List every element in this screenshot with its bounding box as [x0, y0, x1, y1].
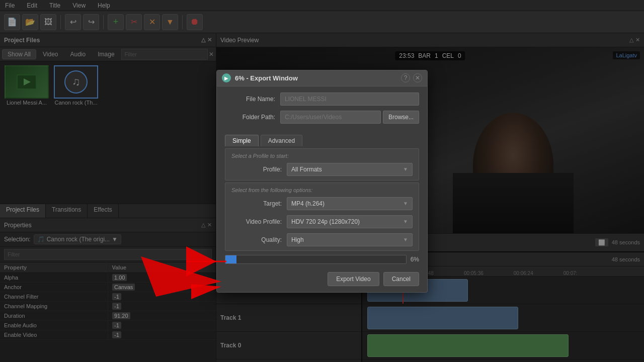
dialog-title-text: 6% - Export Window	[235, 74, 298, 82]
profile-value: All Formats	[291, 166, 322, 173]
file-name-row: File Name:	[225, 93, 419, 106]
target-dropdown-arrow-icon: ▼	[403, 201, 408, 206]
dialog-tab-advanced[interactable]: Advanced	[261, 135, 302, 146]
quality-label: Quality:	[231, 236, 282, 243]
cancel-button[interactable]: Cancel	[383, 272, 419, 286]
file-name-label: File Name:	[225, 96, 275, 103]
target-row: Target: MP4 (h.264) ▼	[231, 197, 413, 210]
folder-path-row: Folder Path: Browse...	[225, 111, 419, 124]
video-profile-dropdown[interactable]: HDV 720 24p (644x362) ▼	[287, 215, 413, 228]
progress-section: 6%	[225, 255, 419, 264]
svg-marker-7	[141, 256, 221, 297]
video-profile-label: Video Profile:	[231, 218, 282, 225]
video-profile-value: HDV 720 24p (644x362)	[291, 218, 360, 225]
options-section: Select from the following options: Targe…	[225, 183, 419, 251]
export-dialog: ▶ 6% - Export Window ? ✕ File Name: Fold…	[216, 70, 428, 293]
dialog-title-left: ▶ 6% - Export Window	[222, 73, 298, 82]
svg-marker-5	[186, 246, 216, 277]
dialog-close-button[interactable]: ✕	[413, 73, 422, 82]
profile-dropdown-arrow-icon: ▼	[403, 166, 408, 172]
export-progress-fill	[225, 255, 236, 263]
target-value: MP4 (h.264)	[291, 200, 325, 207]
video-profile-dropdown-arrow-icon: ▼	[403, 219, 408, 224]
dialog-tabs: Simple Advanced	[217, 135, 427, 146]
target-label: Target:	[231, 200, 282, 207]
dialog-footer: Export Video Cancel	[217, 268, 427, 292]
dialog-app-icon: ▶	[222, 73, 231, 82]
browse-button[interactable]: Browse...	[383, 111, 419, 124]
profile-label: Profile:	[231, 166, 282, 173]
dialog-tab-simple[interactable]: Simple	[225, 135, 259, 146]
profile-section: Select a Profile to start: Profile: All …	[225, 148, 419, 180]
progress-text: 6%	[411, 256, 419, 263]
quality-row: Quality: High ▼	[231, 233, 413, 246]
profile-dropdown[interactable]: All Formats ▼	[287, 163, 413, 176]
dialog-titlebar: ▶ 6% - Export Window ? ✕	[217, 70, 427, 86]
folder-path-label: Folder Path:	[225, 114, 275, 121]
dialog-overlay: ▶ 6% - Export Window ? ✕ File Name: Fold…	[0, 0, 644, 362]
folder-path-input[interactable]	[280, 111, 381, 124]
file-name-input[interactable]	[280, 93, 419, 106]
profile-section-label: Select a Profile to start:	[231, 153, 413, 159]
folder-path-group: Browse...	[280, 111, 419, 124]
quality-value: High	[291, 236, 304, 243]
options-section-label: Select from the following options:	[231, 187, 413, 193]
video-profile-row: Video Profile: HDV 720 24p (644x362) ▼	[231, 215, 413, 228]
quality-dropdown[interactable]: High ▼	[287, 233, 413, 246]
quality-dropdown-arrow-icon: ▼	[403, 237, 408, 242]
export-video-button[interactable]: Export Video	[328, 272, 379, 286]
target-dropdown[interactable]: MP4 (h.264) ▼	[287, 197, 413, 210]
export-progress-bar	[225, 255, 407, 264]
dialog-help-button[interactable]: ?	[401, 73, 410, 82]
dialog-window-controls: ? ✕	[401, 73, 422, 82]
profile-row: Profile: All Formats ▼	[231, 163, 413, 176]
dialog-body: File Name: Folder Path: Browse...	[217, 86, 427, 135]
